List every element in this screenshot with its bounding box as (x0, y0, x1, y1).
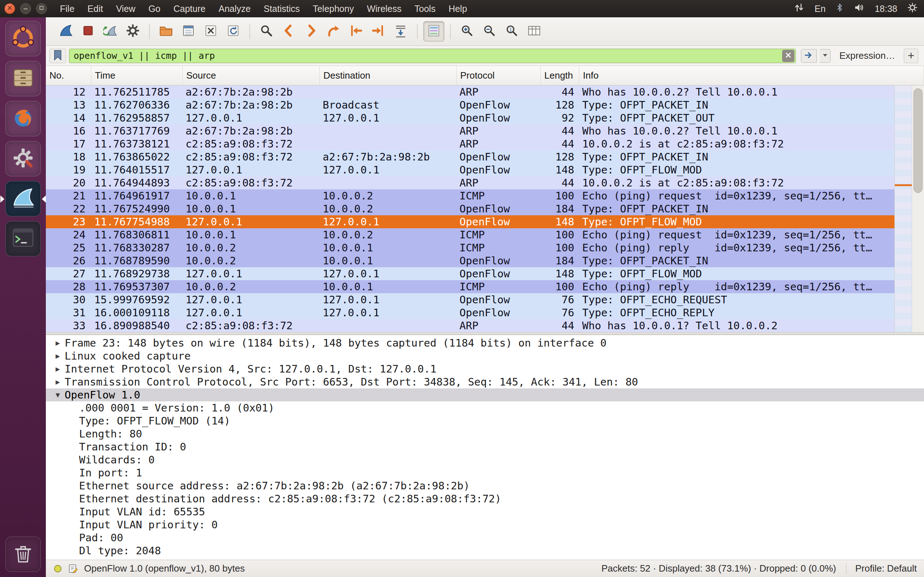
detail-line[interactable]: ▶Frame 23: 148 bytes on wire (1184 bits)… (46, 337, 924, 350)
go-back-button[interactable] (278, 21, 299, 42)
display-filter-input[interactable] (69, 49, 782, 63)
pane-splitter[interactable] (46, 332, 924, 335)
detail-line[interactable]: Ethernet destination address: c2:85:a9:0… (46, 492, 924, 505)
scrollbar-thumb[interactable] (914, 89, 922, 193)
menu-edit[interactable]: Edit (87, 3, 103, 14)
column-header-no[interactable]: No. (46, 66, 91, 85)
detail-line[interactable]: ▶Internet Protocol Version 4, Src: 127.0… (46, 363, 924, 376)
packet-row[interactable]: 1411.762958857127.0.0.1127.0.0.1OpenFlow… (46, 111, 894, 124)
start-capture-button[interactable] (55, 21, 76, 42)
go-last-packet-button[interactable] (368, 21, 389, 42)
restart-capture-button[interactable] (100, 21, 121, 42)
menu-statistics[interactable]: Statistics (263, 3, 300, 14)
menu-go[interactable]: Go (149, 3, 160, 14)
column-header-time[interactable]: Time (91, 66, 183, 85)
colorize-packets-button[interactable] (423, 21, 444, 42)
auto-scroll-button[interactable] (390, 21, 411, 42)
detail-line[interactable]: In port: 1 (46, 466, 924, 479)
packet-row[interactable]: 3316.890988540c2:85:a9:08:f3:72ARP44Who … (46, 319, 894, 332)
menu-wireless[interactable]: Wireless (367, 3, 401, 14)
go-forward-button[interactable] (300, 21, 321, 42)
go-first-packet-button[interactable] (346, 21, 366, 42)
packet-row[interactable]: 2011.764944893c2:85:a9:08:f3:72ARP4410.0… (46, 176, 894, 189)
packet-row[interactable]: 2711.768929738127.0.0.1127.0.0.1OpenFlow… (46, 267, 894, 280)
window-close-button[interactable] (4, 3, 15, 14)
find-packet-button[interactable] (256, 21, 277, 42)
filter-bookmark-button[interactable] (50, 49, 66, 63)
column-header-source[interactable]: Source (183, 66, 320, 85)
resize-columns-button[interactable] (524, 21, 544, 42)
bluetooth-indicator[interactable] (835, 3, 843, 15)
packet-row[interactable]: 1911.764015517127.0.0.1127.0.0.1OpenFlow… (46, 163, 894, 176)
detail-line[interactable]: .000 0001 = Version: 1.0 (0x01) (46, 401, 924, 414)
detail-line[interactable]: Pad: 00 (46, 531, 924, 544)
packet-row[interactable]: 1711.763738121c2:85:a9:08:f3:72ARP4410.0… (46, 137, 894, 150)
menu-tools[interactable]: Tools (414, 3, 435, 14)
expander-collapsed-icon[interactable]: ▶ (51, 350, 65, 363)
detail-line[interactable]: ▶Linux cooked capture (46, 350, 924, 363)
expert-info-icon[interactable] (68, 564, 78, 574)
save-capture-file-button[interactable] (178, 21, 199, 42)
packet-row[interactable]: 2311.767754988127.0.0.1127.0.0.1OpenFlow… (46, 215, 894, 228)
expander-collapsed-icon[interactable]: ▶ (51, 376, 65, 388)
launcher-item-files[interactable] (5, 61, 41, 96)
go-to-packet-button[interactable] (323, 21, 344, 42)
window-minimize-button[interactable] (20, 3, 31, 14)
session-indicator[interactable] (908, 3, 918, 15)
detail-line[interactable]: Transaction ID: 0 (46, 440, 924, 453)
clock-indicator[interactable]: 18:38 (874, 3, 897, 14)
menu-view[interactable]: View (116, 3, 135, 14)
launcher-item-wireshark[interactable] (5, 181, 41, 216)
packet-row[interactable]: 3015.999769592127.0.0.1127.0.0.1OpenFlow… (46, 293, 894, 306)
launcher-item-terminal[interactable] (5, 221, 41, 256)
volume-indicator[interactable] (854, 3, 864, 15)
packet-list-minimap[interactable] (894, 85, 912, 332)
detail-line[interactable]: Ethernet source address: a2:67:7b:2a:98:… (46, 479, 924, 492)
filter-clear-button[interactable] (782, 50, 795, 62)
detail-line[interactable]: ▶Transmission Control Protocol, Src Port… (46, 376, 924, 388)
network-indicator[interactable] (794, 3, 804, 15)
column-header-protocol[interactable]: Protocol (457, 66, 541, 85)
column-header-destination[interactable]: Destination (320, 66, 457, 85)
filter-apply-button[interactable] (801, 49, 817, 63)
packet-row[interactable]: 2211.76752499010.0.0.110.0.0.2OpenFlow18… (46, 202, 894, 215)
launcher-item-settings[interactable] (5, 141, 41, 176)
packet-row[interactable]: 3116.000109118127.0.0.1127.0.0.1OpenFlow… (46, 306, 894, 319)
detail-line[interactable]: Dl type: 2048 (46, 544, 924, 557)
detail-line[interactable]: Type: OFPT_FLOW_MOD (14) (46, 414, 924, 427)
packet-list-scrollbar[interactable] (912, 85, 924, 332)
window-maximize-button[interactable] (36, 3, 47, 14)
launcher-item-trash[interactable] (5, 537, 41, 572)
packet-row[interactable]: 2411.76830681110.0.0.110.0.0.2ICMP100Ech… (46, 228, 894, 241)
keyboard-indicator[interactable]: En (815, 3, 826, 14)
packet-row[interactable]: 2811.76953730710.0.0.210.0.0.1ICMP100Ech… (46, 280, 894, 293)
menu-telephony[interactable]: Telephony (313, 3, 354, 14)
menu-file[interactable]: File (60, 3, 74, 14)
column-header-info[interactable]: Info (579, 66, 924, 85)
status-profile[interactable]: Profile: Default (846, 563, 917, 574)
close-capture-file-button[interactable] (200, 21, 221, 42)
expander-collapsed-icon[interactable]: ▶ (51, 363, 65, 376)
stop-capture-button[interactable] (78, 21, 99, 42)
launcher-item-dash[interactable] (5, 21, 41, 56)
zoom-100-button[interactable]: 1 (501, 21, 522, 42)
detail-line[interactable]: Length: 80 (46, 427, 924, 440)
expression-button[interactable]: Expression… (839, 50, 895, 61)
packet-row[interactable]: 1811.763865022c2:85:a9:08:f3:72a2:67:7b:… (46, 150, 894, 163)
zoom-out-button[interactable] (479, 21, 500, 42)
detail-line[interactable]: Input VLAN id: 65535 (46, 505, 924, 518)
launcher-item-firefox[interactable] (5, 101, 41, 136)
detail-line[interactable]: Input VLAN priority: 0 (46, 518, 924, 531)
filter-dropdown-button[interactable] (820, 49, 830, 63)
detail-line[interactable]: ▼OpenFlow 1.0 (46, 388, 924, 401)
capture-options-button[interactable] (122, 21, 143, 42)
packet-row[interactable]: 2611.76878959010.0.0.210.0.0.1OpenFlow18… (46, 254, 894, 267)
detail-line[interactable]: Wildcards: 0 (46, 453, 924, 466)
expander-collapsed-icon[interactable]: ▶ (51, 337, 65, 350)
column-header-length[interactable]: Length (541, 66, 579, 85)
capture-status-icon[interactable] (53, 564, 63, 574)
packet-row[interactable]: 2111.76496191710.0.0.110.0.0.2ICMP100Ech… (46, 189, 894, 202)
menu-help[interactable]: Help (449, 3, 467, 14)
packet-row[interactable]: 1611.763717769a2:67:7b:2a:98:2bARP44Who … (46, 124, 894, 137)
open-capture-file-button[interactable] (155, 21, 176, 42)
